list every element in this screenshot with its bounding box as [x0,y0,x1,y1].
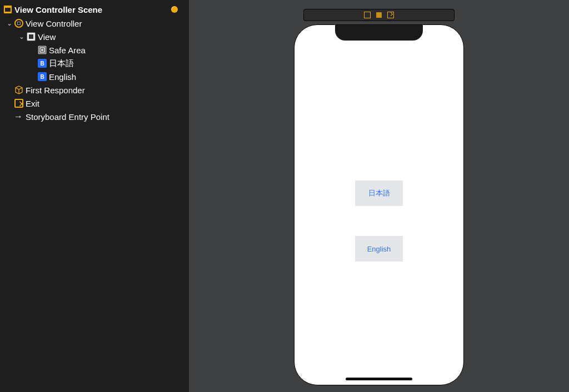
button-jp-label: 日本語 [49,58,74,69]
first-responder-label: First Responder [26,86,85,95]
button-english[interactable]: English [355,236,403,262]
home-indicator [346,378,412,380]
safe-area-label: Safe Area [49,46,86,55]
outline-row-entry-point[interactable]: → Storyboard Entry Point [0,110,189,123]
outline-row-scene[interactable]: View Controller Scene [0,2,189,17]
scene-title: View Controller Scene [14,5,171,14]
view-icon [27,32,36,41]
outline-row-exit[interactable]: Exit [0,97,189,110]
button-japanese[interactable]: 日本語 [355,180,403,206]
disclosure-icon[interactable]: ⌄ [6,19,13,27]
button-english-label: English [367,245,391,253]
button-icon [38,59,47,68]
scene-toolbar[interactable] [303,9,455,21]
view-label: View [38,32,56,42]
device-notch [335,25,423,41]
outline-row-button-jp[interactable]: 日本語 [0,57,189,70]
scene-toolbar-view-controller-icon[interactable] [364,12,371,18]
outline-row-safe-area[interactable]: Safe Area [0,43,189,57]
scene-toolbar-first-responder-icon[interactable] [376,12,382,18]
document-outline[interactable]: View Controller Scene ⌄ View Controller … [0,0,189,392]
device-frame[interactable]: 日本語 English [294,24,464,385]
button-en-label: English [49,72,76,82]
outline-row-first-responder[interactable]: First Responder [0,83,189,97]
exit-label: Exit [26,99,39,108]
view-controller-icon [14,19,23,28]
storyboard-canvas[interactable]: 日本語 English [189,0,569,392]
scene-icon [3,5,12,14]
outline-row-view-controller[interactable]: ⌄ View Controller [0,17,189,30]
scene-status-icon [171,6,178,13]
outline-row-view[interactable]: ⌄ View [0,30,189,43]
arrow-right-icon: → [13,112,23,122]
disclosure-icon[interactable]: ⌄ [18,33,26,41]
button-icon [38,72,47,81]
button-japanese-label: 日本語 [368,188,390,198]
exit-icon [14,99,23,108]
outline-row-button-en[interactable]: English [0,70,189,83]
safe-area-icon [38,46,47,54]
view-controller-label: View Controller [26,19,82,28]
scene-toolbar-exit-icon[interactable] [387,12,394,18]
interface-builder-panel: View Controller Scene ⌄ View Controller … [0,0,569,392]
first-responder-icon [14,86,23,94]
entry-point-label: Storyboard Entry Point [26,112,109,122]
